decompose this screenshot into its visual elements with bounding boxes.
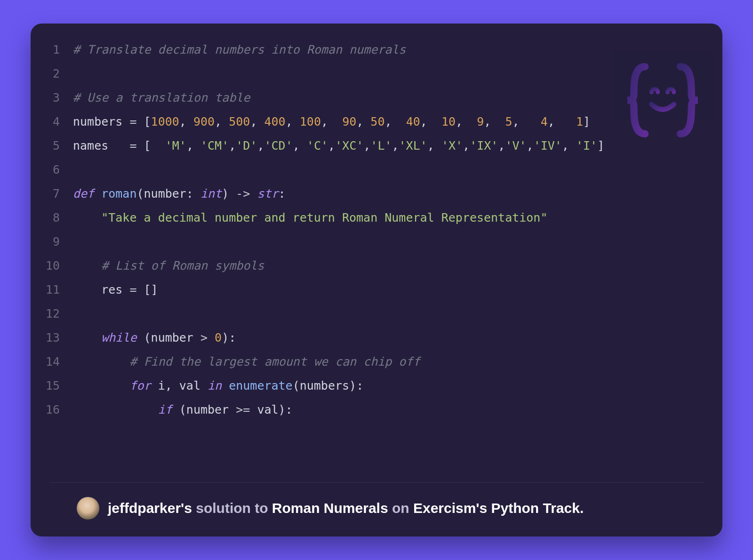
- line-number: 5: [40, 134, 60, 158]
- code-line: [73, 62, 708, 86]
- code-line: names = [ 'M', 'CM','D','CD', 'C','XC','…: [73, 134, 708, 158]
- line-number: 7: [40, 182, 60, 206]
- line-number: 3: [40, 86, 60, 110]
- code-line: # Translate decimal numbers into Roman n…: [73, 38, 708, 62]
- code-line: numbers = [1000, 900, 500, 400, 100, 90,…: [73, 110, 708, 134]
- attr-on: on: [392, 500, 413, 516]
- code-line: [73, 230, 708, 254]
- code-line: while (number > 0):: [73, 326, 708, 350]
- code-line: res = []: [73, 278, 708, 302]
- code-area: 12345678910111213141516 # Translate deci…: [31, 24, 722, 482]
- code-line: # Use a translation table: [73, 86, 708, 110]
- code-line: for i, val in enumerate(numbers):: [73, 374, 708, 398]
- line-number: 14: [40, 350, 60, 374]
- attr-exercise: Roman Numerals: [272, 500, 392, 516]
- code-line: [73, 158, 708, 182]
- attr-solution-to: solution to: [196, 500, 272, 516]
- line-number: 6: [40, 158, 60, 182]
- code-card: 12345678910111213141516 # Translate deci…: [31, 24, 722, 536]
- line-number: 1: [40, 38, 60, 62]
- avatar: [77, 497, 99, 520]
- attribution-text: jeffdparker's solution to Roman Numerals…: [108, 500, 584, 516]
- line-number-gutter: 12345678910111213141516: [40, 38, 73, 478]
- code-line: def roman(number: int) -> str:: [73, 182, 708, 206]
- code-line: "Take a decimal number and return Roman …: [73, 206, 708, 230]
- code-line: # Find the largest amount we can chip of…: [73, 350, 708, 374]
- line-number: 16: [40, 398, 60, 422]
- line-number: 12: [40, 302, 60, 326]
- line-number: 4: [40, 110, 60, 134]
- line-number: 8: [40, 206, 60, 230]
- code-line: if (number >= val):: [73, 398, 708, 422]
- code-content[interactable]: # Translate decimal numbers into Roman n…: [73, 38, 708, 478]
- line-number: 13: [40, 326, 60, 350]
- attr-track: Python Track.: [491, 500, 584, 516]
- line-number: 11: [40, 278, 60, 302]
- line-number: 15: [40, 374, 60, 398]
- line-number: 10: [40, 254, 60, 278]
- attr-user: jeffdparker's: [108, 500, 196, 516]
- line-number: 9: [40, 230, 60, 254]
- attr-site: Exercism's: [413, 500, 491, 516]
- code-line: # List of Roman symbols: [73, 254, 708, 278]
- line-number: 2: [40, 62, 60, 86]
- attribution-footer: jeffdparker's solution to Roman Numerals…: [49, 482, 704, 536]
- code-line: [73, 302, 708, 326]
